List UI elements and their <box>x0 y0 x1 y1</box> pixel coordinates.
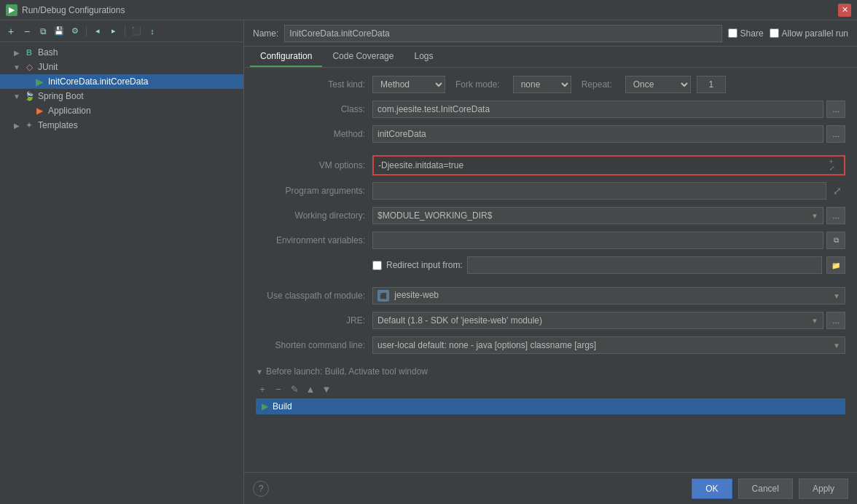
nav-right-button[interactable]: ▸ <box>107 25 120 38</box>
right-panel: Name: Share Allow parallel run Configura… <box>244 20 857 504</box>
repeat-num-input[interactable] <box>697 76 726 93</box>
env-vars-input[interactable] <box>372 232 823 249</box>
expand-junit-icon: ▼ <box>12 63 22 71</box>
share-label[interactable]: Share <box>728 28 764 39</box>
expand-spring-icon: ▼ <box>12 92 22 101</box>
tree-item-templates[interactable]: ▶ ✦ Templates <box>0 118 243 133</box>
junit-icon: ◇ <box>23 61 35 73</box>
redirect-checkbox[interactable] <box>372 261 382 270</box>
fork-mode-label: Fork mode: <box>448 79 507 90</box>
copy-config-button[interactable]: ⧉ <box>36 25 50 38</box>
working-dir-value: $MODULE_WORKING_DIR$ <box>377 210 492 221</box>
redirect-browse-button[interactable]: 📁 <box>826 256 845 274</box>
jre-field: Default (1.8 - SDK of 'jeesite-web' modu… <box>372 312 845 329</box>
working-dir-label: Working directory: <box>256 210 372 221</box>
shorten-select[interactable]: user-local default: none - java [options… <box>372 336 845 354</box>
redirect-field: Redirect input from: 📁 <box>372 256 845 274</box>
working-dir-browse-button[interactable]: ... <box>826 207 845 224</box>
jre-select[interactable]: Default (1.8 - SDK of 'jeesite-web' modu… <box>372 312 823 329</box>
bash-icon: B <box>23 47 35 58</box>
redirect-label: Redirect input from: <box>386 260 463 270</box>
tree-item-initcoredata[interactable]: ▶ InitCoreData.initCoreData <box>0 74 243 89</box>
action-buttons: OK Cancel Apply <box>692 479 848 499</box>
redirect-input[interactable] <box>467 256 822 274</box>
expand-bash-icon: ▶ <box>12 49 22 57</box>
tree-item-junit[interactable]: ▼ ◇ JUnit <box>0 60 243 74</box>
vm-expand-button[interactable]: ⤢ <box>829 165 844 172</box>
initcoredata-label: InitCoreData.initCoreData <box>48 76 148 87</box>
tab-logs[interactable]: Logs <box>404 47 443 67</box>
repeat-label: Repeat: <box>574 79 619 90</box>
method-input[interactable] <box>372 125 823 143</box>
build-icon: ▶ <box>262 401 268 412</box>
sort-button[interactable]: ↕ <box>146 25 159 38</box>
bl-up-button[interactable]: ▲ <box>304 382 317 395</box>
expand-templates-icon: ▶ <box>12 122 22 130</box>
save-config-button[interactable]: 💾 <box>52 25 66 38</box>
vm-buttons: + ⤢ <box>829 157 844 174</box>
tree-item-bash[interactable]: ▶ B Bash <box>0 45 243 60</box>
ok-button[interactable]: OK <box>692 479 732 499</box>
test-kind-row: Test kind: Method Class Package Fork mod… <box>256 75 845 94</box>
test-kind-select[interactable]: Method Class Package <box>372 76 445 93</box>
nav-left-button[interactable]: ◂ <box>91 25 104 38</box>
apply-button[interactable]: Apply <box>799 479 848 499</box>
tree-item-application[interactable]: ▶ Application <box>0 103 243 118</box>
env-vars-label: Environment variables: <box>256 235 372 245</box>
close-button[interactable]: ✕ <box>838 4 851 17</box>
before-launch-label: Before launch: Build, Activate tool wind… <box>266 366 428 377</box>
title-bar: ▶ Run/Debug Configurations ✕ <box>0 0 857 20</box>
add-config-button[interactable]: + <box>4 25 17 38</box>
class-browse-button[interactable]: ... <box>826 101 845 118</box>
vm-options-input[interactable] <box>374 157 829 174</box>
parallel-checkbox[interactable] <box>770 28 779 38</box>
env-vars-browse-button[interactable]: ⧉ <box>826 232 845 249</box>
tab-code-coverage[interactable]: Code Coverage <box>322 47 404 67</box>
config-tree: ▶ B Bash ▼ ◇ JUnit ▶ InitCoreData.initCo… <box>0 42 243 504</box>
springboot-label: Spring Boot <box>38 91 84 101</box>
bl-edit-button[interactable]: ✎ <box>288 382 301 395</box>
share-checkbox[interactable] <box>728 28 737 38</box>
jre-browse-button[interactable]: ... <box>826 312 845 329</box>
class-row: Class: ... <box>256 100 845 119</box>
parallel-label[interactable]: Allow parallel run <box>770 28 848 39</box>
env-vars-field: ⧉ <box>372 232 845 249</box>
fork-mode-select[interactable]: none method class <box>513 76 571 93</box>
help-button[interactable]: ? <box>253 481 269 497</box>
remove-config-button[interactable]: − <box>20 25 34 38</box>
left-panel: + − ⧉ 💾 ⚙ ◂ ▸ ⬛ ↕ ▶ B Bash ▼ ◇ JUnit <box>0 20 244 504</box>
before-launch-section[interactable]: ▼ Before launch: Build, Activate tool wi… <box>256 366 845 377</box>
bl-add-button[interactable]: + <box>256 382 269 395</box>
bl-remove-button[interactable]: − <box>272 382 285 395</box>
method-browse-button[interactable]: ... <box>826 125 845 143</box>
program-args-expand-button[interactable]: ⤢ <box>829 183 845 199</box>
shorten-value: user-local default: none - java [options… <box>377 340 596 350</box>
jre-label: JRE: <box>256 315 372 326</box>
program-args-field: ⤢ <box>372 182 845 200</box>
classpath-select[interactable]: ⬛ jeesite-web ▼ <box>372 287 845 304</box>
jre-value: Default (1.8 - SDK of 'jeesite-web' modu… <box>377 315 542 326</box>
before-launch-item[interactable]: ▶ Build <box>256 398 845 414</box>
section-arrow: ▼ <box>256 368 263 376</box>
sep1 <box>86 26 87 36</box>
tree-item-springboot[interactable]: ▼ 🍃 Spring Boot <box>0 89 243 103</box>
bl-down-button[interactable]: ▼ <box>320 382 333 395</box>
class-input[interactable] <box>372 101 823 118</box>
program-args-input[interactable] <box>372 182 826 200</box>
program-args-row: Program arguments: ⤢ <box>256 181 845 200</box>
spring-icon: 🍃 <box>23 90 35 102</box>
shorten-field: user-local default: none - java [options… <box>372 336 845 354</box>
shorten-arrow: ▼ <box>833 342 840 350</box>
env-vars-row: Environment variables: ⧉ <box>256 231 845 250</box>
move-button[interactable]: ⬛ <box>130 25 143 38</box>
name-input[interactable] <box>284 25 721 42</box>
templates-icon: ✦ <box>23 119 35 131</box>
repeat-select[interactable]: Once Until Stop N Times <box>625 76 691 93</box>
working-dir-select[interactable]: $MODULE_WORKING_DIR$ ▼ <box>372 207 823 224</box>
cancel-button[interactable]: Cancel <box>738 479 793 499</box>
templates-label: Templates <box>38 120 78 130</box>
tab-configuration[interactable]: Configuration <box>250 47 322 67</box>
class-label: Class: <box>256 104 372 114</box>
name-label: Name: <box>253 28 278 39</box>
settings-button[interactable]: ⚙ <box>69 25 82 38</box>
